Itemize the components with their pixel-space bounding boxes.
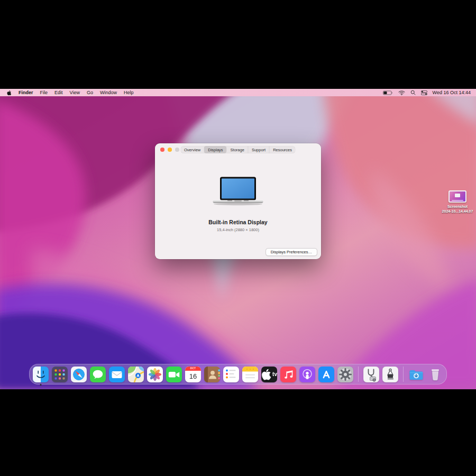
- dock-item-facetime-icon[interactable]: [166, 367, 182, 382]
- tab-overview[interactable]: Overview: [180, 146, 204, 153]
- dock-item-appstore-icon[interactable]: [318, 367, 334, 382]
- dock-item-trash-icon[interactable]: [427, 367, 443, 382]
- displays-preferences-button[interactable]: Displays Preferences…: [266, 248, 317, 256]
- dock-item-finder-icon[interactable]: [33, 367, 49, 382]
- display-name: Built-in Retina Display: [155, 219, 321, 225]
- menu-item-go[interactable]: Go: [87, 90, 93, 95]
- menu-item-view[interactable]: View: [70, 90, 80, 95]
- dock-item-safari-icon[interactable]: [71, 367, 87, 382]
- battery-icon[interactable]: [383, 90, 393, 95]
- dock-item-music-icon[interactable]: [280, 367, 296, 382]
- control-center-icon[interactable]: [421, 90, 427, 95]
- dock-item-messages-icon[interactable]: [90, 367, 106, 382]
- apple-menu-icon[interactable]: [7, 90, 12, 96]
- thumbnail-window: [455, 194, 460, 197]
- menu-item-file[interactable]: File: [40, 90, 48, 95]
- dock-item-mail-icon[interactable]: [109, 367, 125, 382]
- dock-item-reminders-icon[interactable]: [223, 367, 239, 382]
- screenshot-thumbnail: [448, 190, 466, 203]
- mac-screen: Finder FileEditViewGoWindowHelp: [0, 89, 476, 389]
- dock-item-hardware-calibration-icon[interactable]: [382, 367, 398, 382]
- screenshot-file-label: Screenshot 2024-10...14.44.07: [436, 204, 476, 214]
- running-indicator-dot: [40, 384, 42, 386]
- dock-item-calendar-icon[interactable]: OCT16: [185, 367, 201, 382]
- window-tab-strip: OverviewDisplaysStorageSupportResources: [180, 146, 295, 153]
- tab-displays[interactable]: Displays: [204, 146, 226, 153]
- tab-resources[interactable]: Resources: [269, 146, 296, 153]
- tab-storage[interactable]: Storage: [226, 146, 248, 153]
- dock-item-podcasts-icon[interactable]: [299, 367, 315, 382]
- dock: OCT16tv: [29, 364, 447, 385]
- wifi-icon[interactable]: [398, 90, 405, 95]
- dock-item-notes-icon[interactable]: [242, 367, 258, 382]
- menu-item-edit[interactable]: Edit: [54, 90, 63, 95]
- spotlight-search-icon[interactable]: [410, 90, 416, 95]
- screenshot-stage: Finder FileEditViewGoWindowHelp: [0, 0, 476, 476]
- dock-item-appletv-icon[interactable]: tv: [261, 367, 277, 382]
- dock-item-launchpad-icon[interactable]: [52, 367, 68, 382]
- menu-item-window[interactable]: Window: [100, 90, 117, 95]
- desktop-file-screenshot[interactable]: Screenshot 2024-10...14.44.07: [436, 190, 476, 214]
- menu-bar-clock[interactable]: Wed 16 Oct 14:44: [433, 90, 471, 95]
- zoom-button-disabled: [175, 148, 179, 152]
- dock-item-contacts-icon[interactable]: [204, 367, 220, 382]
- menu-app-name[interactable]: Finder: [19, 90, 33, 95]
- menu-item-help[interactable]: Help: [124, 90, 134, 95]
- display-spec: 15,4-inch (2880 × 1800): [155, 227, 321, 232]
- minimize-button[interactable]: [168, 148, 172, 152]
- about-this-mac-window: OverviewDisplaysStorageSupportResources: [155, 143, 321, 259]
- close-button[interactable]: [160, 148, 164, 152]
- dock-item-maps-icon[interactable]: [128, 367, 144, 382]
- dock-item-downloads-folder-icon[interactable]: [408, 367, 424, 382]
- dock-item-system-preferences-icon[interactable]: [337, 367, 353, 382]
- dock-divider: [403, 367, 404, 382]
- window-titlebar[interactable]: OverviewDisplaysStorageSupportResources: [155, 143, 321, 156]
- macbook-illustration: [213, 177, 263, 208]
- dock-item-photos-icon[interactable]: [147, 367, 163, 382]
- menu-bar: Finder FileEditViewGoWindowHelp: [0, 89, 476, 96]
- thumbnail-dock: [452, 200, 463, 201]
- tab-support[interactable]: Support: [248, 146, 269, 153]
- dock-item-disk-diagnostics-icon[interactable]: [363, 367, 379, 382]
- dock-divider: [358, 367, 359, 382]
